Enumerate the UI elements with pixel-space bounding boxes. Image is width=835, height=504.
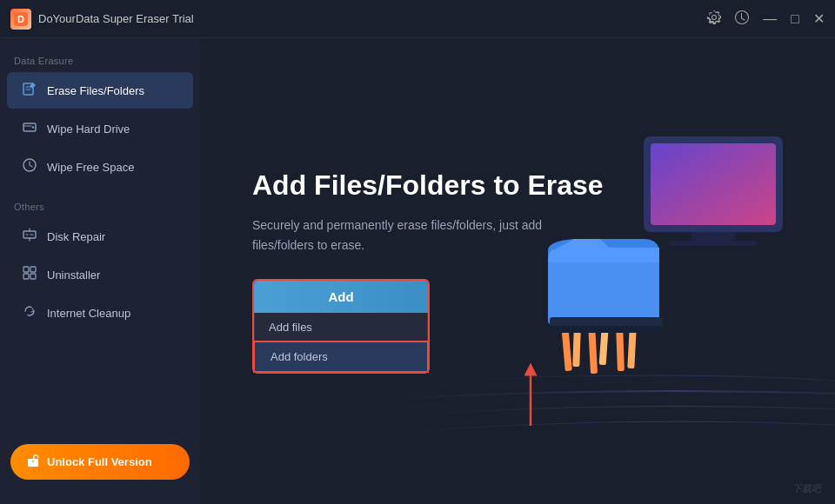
maximize-icon[interactable]: □ bbox=[791, 11, 799, 27]
add-button[interactable]: Add bbox=[254, 281, 428, 313]
svg-point-4 bbox=[32, 126, 34, 128]
svg-rect-12 bbox=[651, 143, 776, 225]
main-content: Add Files/Folders to Erase Securely and … bbox=[200, 38, 835, 504]
wipe-free-space-icon bbox=[21, 157, 38, 176]
add-button-container: Add Add files Add folders bbox=[252, 279, 430, 374]
svg-rect-13 bbox=[691, 232, 735, 241]
sidebar-item-uninstaller[interactable]: Uninstaller bbox=[7, 256, 193, 293]
add-button-wrapper: Add Add files Add folders bbox=[252, 279, 430, 374]
erase-files-icon bbox=[21, 81, 38, 100]
sidebar-item-disk-repair-label: Disk Repair bbox=[47, 230, 105, 243]
sidebar-item-erase-files-label: Erase Files/Folders bbox=[47, 84, 144, 97]
main-layout: Data Erasure Erase Files/Folders bbox=[0, 38, 835, 504]
minimize-icon[interactable]: — bbox=[763, 11, 777, 27]
svg-rect-7 bbox=[23, 267, 29, 272]
uninstaller-icon bbox=[21, 265, 38, 284]
svg-rect-9 bbox=[23, 274, 29, 279]
window-controls: — □ ✕ bbox=[707, 10, 825, 28]
sidebar-item-erase-files[interactable]: Erase Files/Folders bbox=[7, 72, 193, 109]
svg-rect-8 bbox=[30, 267, 36, 272]
app-title: DoYourData Super Eraser Trial bbox=[38, 12, 707, 25]
sidebar-item-disk-repair[interactable]: Disk Repair bbox=[7, 218, 193, 255]
data-erasure-section-label: Data Erasure bbox=[0, 49, 200, 71]
unlock-button-label: Unlock Full Version bbox=[47, 455, 152, 468]
svg-rect-10 bbox=[30, 274, 36, 279]
title-bar: D DoYourData Super Eraser Trial — □ ✕ bbox=[0, 0, 835, 38]
sidebar-item-wipe-free-space[interactable]: Wipe Free Space bbox=[7, 149, 193, 185]
sidebar-item-wipe-hard-drive[interactable]: Wipe Hard Drive bbox=[7, 110, 193, 147]
sidebar-item-wipe-free-space-label: Wipe Free Space bbox=[47, 161, 134, 174]
content-area: Add Files/Folders to Erase Securely and … bbox=[252, 169, 604, 374]
main-title: Add Files/Folders to Erase bbox=[252, 169, 604, 202]
internet-cleanup-icon bbox=[21, 303, 38, 322]
svg-rect-14 bbox=[670, 241, 757, 246]
add-dropdown-menu: Add files Add folders bbox=[254, 313, 428, 372]
close-button[interactable]: ✕ bbox=[813, 10, 825, 27]
wipe-hard-drive-icon bbox=[21, 119, 38, 138]
add-files-item[interactable]: Add files bbox=[255, 313, 427, 342]
add-folders-item[interactable]: Add folders bbox=[253, 341, 429, 373]
main-description: Securely and permanently erase files/fol… bbox=[252, 216, 548, 255]
svg-text:D: D bbox=[17, 14, 24, 24]
disk-repair-icon bbox=[21, 227, 38, 246]
sidebar-item-internet-cleanup-label: Internet Cleanup bbox=[47, 307, 130, 320]
watermark: 下载吧 bbox=[792, 482, 821, 495]
unlock-full-version-button[interactable]: Unlock Full Version bbox=[10, 444, 190, 480]
app-logo: D bbox=[10, 9, 31, 30]
svg-rect-6 bbox=[23, 231, 36, 238]
settings-icon[interactable] bbox=[707, 10, 721, 28]
history-icon[interactable] bbox=[735, 10, 749, 28]
sidebar-item-internet-cleanup[interactable]: Internet Cleanup bbox=[7, 295, 193, 331]
others-section-label: Others bbox=[0, 195, 200, 217]
sidebar: Data Erasure Erase Files/Folders bbox=[0, 38, 200, 504]
sidebar-item-uninstaller-label: Uninstaller bbox=[47, 269, 100, 282]
unlock-icon bbox=[26, 454, 40, 470]
sidebar-item-wipe-hard-drive-label: Wipe Hard Drive bbox=[47, 123, 130, 136]
